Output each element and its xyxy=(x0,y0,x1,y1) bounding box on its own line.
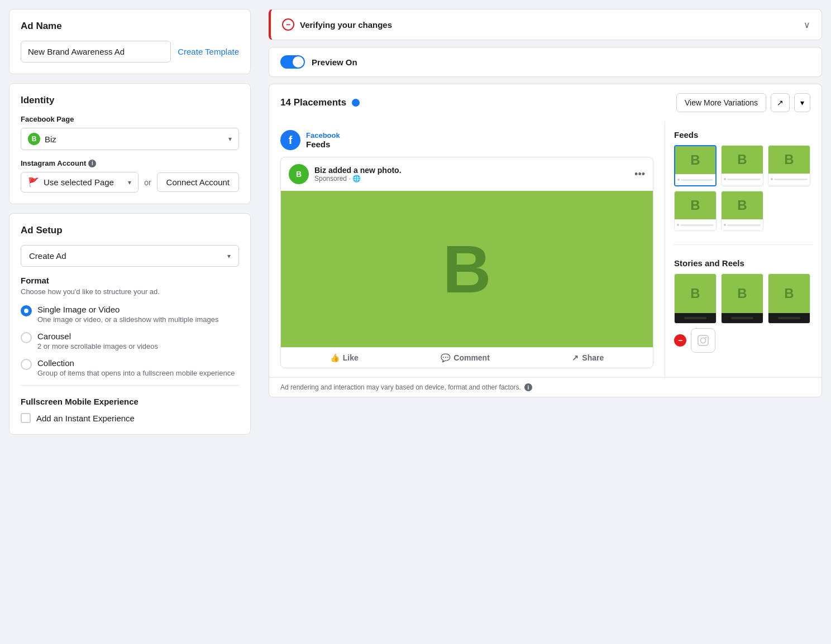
info-icon: i xyxy=(88,160,96,167)
toggle-knob xyxy=(293,56,304,68)
collection-sublabel: Group of items that opens into a fullscr… xyxy=(37,369,235,377)
thumb-image-3: B xyxy=(768,146,810,174)
post-image: B xyxy=(281,191,653,347)
single-label: Single Image or Video xyxy=(37,305,218,314)
single-sublabel: One image or video, or a slideshow with … xyxy=(37,315,218,324)
preview-label: Preview On xyxy=(312,57,357,67)
thumb-image-5: B xyxy=(722,191,763,219)
format-collection-option[interactable]: Collection Group of items that opens int… xyxy=(21,358,239,377)
stories-section-title: Stories and Reels xyxy=(674,258,813,268)
ad-name-card: Ad Name Create Template xyxy=(9,9,251,74)
collapse-icon[interactable]: ∨ xyxy=(804,20,810,30)
carousel-radio[interactable] xyxy=(21,332,32,343)
thumb-image-2: B xyxy=(722,146,763,174)
ad-setup-title: Ad Setup xyxy=(21,225,239,236)
format-carousel-option[interactable]: Carousel 2 or more scrollable images or … xyxy=(21,331,239,350)
single-radio[interactable] xyxy=(21,305,32,316)
instant-experience-checkbox[interactable] xyxy=(21,413,31,423)
connect-account-button[interactable]: Connect Account xyxy=(157,172,239,192)
format-title: Format xyxy=(21,276,239,285)
share-button[interactable]: ↗ Share xyxy=(572,353,604,362)
chevron-down-icon: ▾ xyxy=(228,135,232,143)
ad-name-title: Ad Name xyxy=(21,21,239,32)
instant-experience-label: Add an Instant Experience xyxy=(36,414,135,423)
post-card: B Biz added a new photo. Sponsored · 🌐 •… xyxy=(280,157,653,368)
page-icon: B xyxy=(28,133,40,145)
feed-preview-main: f Facebook Feeds B Biz added a new photo… xyxy=(269,121,665,377)
fullscreen-title: Fullscreen Mobile Experience xyxy=(21,397,239,406)
thumb-story-image-2: B xyxy=(722,274,763,313)
feeds-section-title: Feeds xyxy=(674,130,813,140)
share-icon: ↗ xyxy=(572,353,579,362)
verifying-bar[interactable]: − Verifying your changes ∨ xyxy=(269,9,822,40)
thumb-story-image-3: B xyxy=(768,274,810,313)
post-menu-icon[interactable]: ••• xyxy=(634,169,645,180)
comment-icon: 💬 xyxy=(441,353,450,362)
page-name: Biz xyxy=(45,134,56,144)
facebook-page-label: Facebook Page xyxy=(21,115,239,123)
placements-title: 14 Placements xyxy=(280,97,346,108)
ad-name-input[interactable] xyxy=(21,41,171,63)
thumb-feed-1[interactable]: B xyxy=(674,145,717,186)
format-desc: Choose how you'd like to structure your … xyxy=(21,287,239,296)
thumb-feed-4[interactable]: B xyxy=(674,191,717,231)
thumb-image-4: B xyxy=(675,191,716,219)
feeds-subtitle: Feeds xyxy=(306,140,340,149)
post-sponsored: Sponsored · 🌐 xyxy=(314,175,634,182)
svg-point-1 xyxy=(700,338,705,343)
comment-button[interactable]: 💬 Comment xyxy=(441,353,490,362)
collection-radio[interactable] xyxy=(21,359,32,370)
instant-experience-checkbox-row[interactable]: Add an Instant Experience xyxy=(21,413,239,423)
thumb-feed-2[interactable]: B xyxy=(721,145,763,186)
thumb-story-image-1: B xyxy=(675,274,716,313)
footer-note: Ad rendering and interaction may vary ba… xyxy=(269,377,822,397)
use-selected-page-label: Use selected Page xyxy=(44,177,123,187)
post-brand-letter: B xyxy=(443,230,491,307)
instagram-chevron-icon: ▾ xyxy=(128,179,131,186)
dropdown-button[interactable]: ▾ xyxy=(794,93,810,112)
facebook-page-select[interactable]: B Biz ▾ xyxy=(21,128,239,150)
thumb-feed-3[interactable]: B xyxy=(768,145,810,186)
minus-red-icon: − xyxy=(674,334,686,347)
stories-thumbs-section: Stories and Reels B B xyxy=(674,258,813,353)
like-icon: 👍 xyxy=(330,353,340,362)
instagram-label: Instagram Account i xyxy=(21,159,239,167)
create-template-link[interactable]: Create Template xyxy=(178,47,239,56)
ad-setup-card: Ad Setup Create Ad ▾ Format Choose how y… xyxy=(9,213,251,435)
thumb-story-1[interactable]: B xyxy=(674,273,717,324)
footer-text: Ad rendering and interaction may vary ba… xyxy=(280,383,521,391)
placements-card: 14 Placements View More Variations ↗ ▾ f… xyxy=(269,84,822,397)
feeds-thumbs-section: Feeds B B xyxy=(674,130,813,231)
or-text: or xyxy=(144,178,151,187)
footer-info-icon: i xyxy=(524,383,532,391)
view-more-variations-button[interactable]: View More Variations xyxy=(676,93,766,112)
carousel-label: Carousel xyxy=(37,331,158,341)
post-avatar: B xyxy=(289,164,309,184)
thumb-story-3[interactable]: B xyxy=(768,273,810,324)
thumb-feed-5[interactable]: B xyxy=(721,191,763,231)
thumbnails-panel: Feeds B B xyxy=(665,121,822,377)
facebook-icon: f xyxy=(280,130,300,150)
thumbs-divider xyxy=(674,244,813,245)
carousel-sublabel: 2 or more scrollable images or videos xyxy=(37,342,158,350)
verifying-text: Verifying your changes xyxy=(300,20,392,30)
facebook-label: Facebook xyxy=(306,131,340,140)
instagram-account-select[interactable]: 🚩 Use selected Page ▾ xyxy=(21,172,138,193)
blue-dot-indicator xyxy=(352,99,360,107)
minus-circle-icon: − xyxy=(282,18,294,31)
preview-toggle[interactable] xyxy=(280,55,305,69)
svg-rect-0 xyxy=(698,335,708,345)
create-ad-option: Create Ad xyxy=(29,251,66,261)
flag-icon: 🚩 xyxy=(28,177,39,188)
instagram-placeholder-icon xyxy=(691,328,715,353)
thumb-story-2[interactable]: B xyxy=(721,273,763,324)
thumb-image-1: B xyxy=(675,146,715,174)
identity-card: Identity Facebook Page B Biz ▾ Instagram… xyxy=(9,83,251,204)
format-single-option[interactable]: Single Image or Video One image or video… xyxy=(21,305,239,324)
like-button[interactable]: 👍 Like xyxy=(330,353,359,362)
identity-title: Identity xyxy=(21,95,239,106)
create-ad-select[interactable]: Create Ad ▾ xyxy=(21,245,239,267)
expand-button[interactable]: ↗ xyxy=(771,93,790,112)
collection-label: Collection xyxy=(37,358,235,368)
svg-point-2 xyxy=(705,337,707,339)
